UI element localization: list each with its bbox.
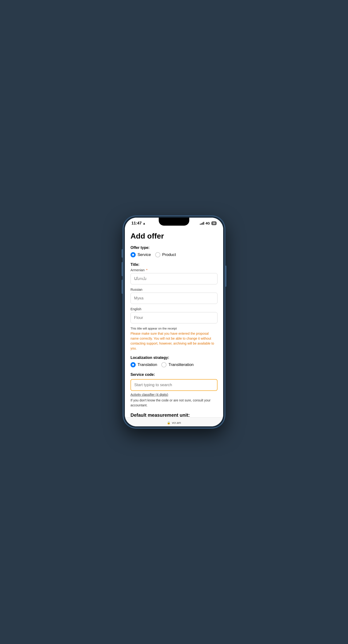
status-time: 11:47 ▲: [131, 221, 146, 226]
time-label: 11:47: [131, 221, 142, 226]
localization-radio-group: Translation Transliteration: [131, 362, 217, 367]
radio-circle-product[interactable]: [155, 252, 160, 257]
radio-circle-translation[interactable]: [131, 362, 136, 367]
radio-option-service[interactable]: Service: [131, 252, 151, 257]
phone-screen: 11:47 ▲ 4G 38 Add offer Offer type: Serv…: [125, 218, 223, 426]
required-asterisk: *: [146, 268, 147, 272]
offer-type-label: Offer type:: [131, 246, 217, 250]
radio-circle-service[interactable]: [131, 252, 136, 257]
battery-badge: 38: [211, 222, 217, 225]
receipt-helper-text: This title will appear on the receipt: [131, 327, 217, 330]
radio-option-translation[interactable]: Translation: [131, 362, 157, 367]
bottom-bar: 🔒 vcr.am: [125, 418, 223, 426]
field-lang-armenian: Armenian *: [131, 268, 217, 272]
offer-type-radio-group: Service Product: [131, 252, 217, 257]
input-english[interactable]: [131, 312, 217, 324]
field-group-russian: Russian: [131, 288, 217, 304]
radio-option-product[interactable]: Product: [155, 252, 176, 257]
service-code-helper: If you don't know the code or are not su…: [131, 398, 217, 408]
field-lang-russian: Russian: [131, 288, 217, 292]
activity-classifier-link[interactable]: Activity classifier (4 digits): [131, 393, 217, 396]
notch: [159, 218, 189, 226]
lock-icon: 🔒: [167, 421, 170, 424]
status-right: 4G 38: [200, 222, 217, 225]
domain-text: vcr.am: [172, 421, 181, 424]
title-section-label: Title:: [131, 262, 217, 267]
measurement-unit-title: Default measurement unit:: [131, 412, 217, 418]
input-armenian[interactable]: [131, 273, 217, 284]
radio-label-product: Product: [162, 252, 176, 257]
field-group-english: English: [131, 307, 217, 324]
radio-label-translation: Translation: [138, 362, 157, 367]
service-code-label: Service code:: [131, 372, 217, 377]
network-label: 4G: [205, 222, 210, 225]
service-code-input[interactable]: [131, 379, 217, 391]
signal-bars: [200, 222, 204, 225]
radio-circle-transliteration[interactable]: [161, 362, 166, 367]
localization-label: Localization strategy:: [131, 356, 217, 360]
radio-label-transliteration: Transliteration: [168, 362, 194, 367]
location-icon: ▲: [143, 222, 146, 225]
field-group-armenian: Armenian *: [131, 268, 217, 284]
radio-label-service: Service: [138, 252, 151, 257]
input-russian[interactable]: [131, 292, 217, 304]
page-content: Add offer Offer type: Service Product Ti…: [125, 228, 223, 418]
phone-frame: 11:47 ▲ 4G 38 Add offer Offer type: Serv…: [123, 216, 225, 428]
field-lang-english: English: [131, 307, 217, 311]
radio-option-transliteration[interactable]: Transliteration: [161, 362, 194, 367]
page-title: Add offer: [131, 232, 217, 240]
warning-text: Please make sure that you have entered t…: [131, 331, 217, 351]
